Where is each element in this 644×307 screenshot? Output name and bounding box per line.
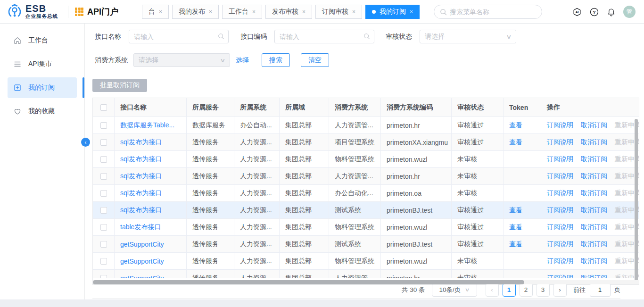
unsubscribe-link[interactable]: 取消订阅 <box>581 121 607 130</box>
page-button-2[interactable]: 2 <box>520 283 533 297</box>
actions-cell: 订阅说明取消订阅重新申请 <box>541 236 639 253</box>
interface-name-link[interactable]: sql发布为接口 <box>120 206 162 215</box>
row-checkbox[interactable] <box>100 207 107 214</box>
nav-tab[interactable]: 我的发布 × <box>172 5 219 19</box>
view-token-link[interactable]: 查看 <box>509 240 522 249</box>
interface-name-link[interactable]: 数据库服务Table... <box>120 121 174 130</box>
vertical-scrollbar[interactable] <box>635 119 638 283</box>
unsubscribe-link[interactable]: 取消订阅 <box>581 172 607 181</box>
row-checkbox[interactable] <box>100 122 107 129</box>
subscription-detail-link[interactable]: 订阅说明 <box>547 223 573 232</box>
next-page-button[interactable]: › <box>553 283 567 297</box>
nav-tab[interactable]: 订阅审核 × <box>315 5 362 19</box>
user-avatar[interactable]: 管 <box>623 6 636 18</box>
interface-name-cell: getSupportCity <box>115 270 187 278</box>
table-row: sql发布为接口透传服务人力资源...集团总部办公自动化...primeton.… <box>93 185 639 202</box>
subscription-detail-link[interactable]: 订阅说明 <box>547 121 573 130</box>
nav-tab[interactable]: 发布审核 × <box>265 5 312 19</box>
page-button-1[interactable]: 1 <box>503 283 516 297</box>
interface-name-link[interactable]: sql发布为接口 <box>120 155 162 164</box>
menu-search[interactable] <box>434 5 542 19</box>
row-checkbox[interactable] <box>100 258 107 265</box>
unsubscribe-link[interactable]: 取消订阅 <box>581 155 607 164</box>
clear-button[interactable]: 清空 <box>301 53 329 67</box>
horizontal-scrollbar[interactable] <box>93 280 639 284</box>
view-token-link[interactable]: 查看 <box>509 223 522 232</box>
close-icon[interactable]: × <box>159 8 162 15</box>
subscription-detail-link[interactable]: 订阅说明 <box>547 172 573 181</box>
unsubscribe-link[interactable]: 取消订阅 <box>581 189 607 198</box>
select-all-checkbox[interactable] <box>100 104 107 111</box>
view-token-link[interactable]: 查看 <box>509 138 522 147</box>
close-icon[interactable]: × <box>352 8 355 15</box>
interface-name-link[interactable]: getSupportCity <box>120 241 164 248</box>
service-cell: 透传服务 <box>187 202 234 219</box>
unsubscribe-link[interactable]: 取消订阅 <box>581 240 607 249</box>
interface-name-input[interactable] <box>129 30 229 43</box>
interface-name-cell: sql发布为接口 <box>115 151 187 168</box>
interface-name-link[interactable]: getSupportCity <box>120 274 164 278</box>
row-checkbox[interactable] <box>100 156 107 163</box>
consumer-code-cell: primeton.hr <box>381 270 452 278</box>
row-checkbox[interactable] <box>100 241 107 248</box>
unsubscribe-link[interactable]: 取消订阅 <box>581 223 607 232</box>
consumer-cell: 项目管理系统 <box>329 134 381 151</box>
help-icon[interactable]: ? <box>589 7 599 17</box>
nav-tab[interactable]: 工作台 × <box>222 5 262 19</box>
subscription-detail-link[interactable]: 订阅说明 <box>547 206 573 215</box>
prev-page-button[interactable]: ‹ <box>486 283 499 297</box>
domain-cell: 集团总部 <box>280 202 329 219</box>
view-token-link[interactable]: 查看 <box>509 206 522 215</box>
home-icon <box>13 36 22 45</box>
page-button-3[interactable]: 3 <box>537 283 550 297</box>
page-size-select[interactable]: 10条/页 ∨ <box>432 283 477 297</box>
search-button[interactable]: 搜索 <box>262 53 290 67</box>
consumer-select-link[interactable]: 选择 <box>236 56 249 65</box>
interface-name-link[interactable]: sql发布为接口 <box>120 172 162 181</box>
row-checkbox[interactable] <box>100 190 107 197</box>
interface-name-link[interactable]: getSupportCity <box>120 257 164 265</box>
subscription-detail-link[interactable]: 订阅说明 <box>547 155 573 164</box>
audit-status-select[interactable]: 请选择 ∨ <box>420 30 516 43</box>
close-icon[interactable]: × <box>209 8 212 15</box>
unsubscribe-link[interactable]: 取消订阅 <box>581 257 607 266</box>
batch-unsubscribe-button[interactable]: 批量取消订阅 <box>92 79 147 92</box>
consumer-system-select[interactable]: 请选择 ∨ <box>133 53 230 67</box>
subscription-detail-link[interactable]: 订阅说明 <box>547 240 573 249</box>
subscription-detail-link[interactable]: 订阅说明 <box>547 274 573 278</box>
checkbox-cell <box>93 134 115 151</box>
subscription-detail-link[interactable]: 订阅说明 <box>547 138 573 147</box>
interface-name-link[interactable]: sql发布为接口 <box>120 138 162 147</box>
unsubscribe-link[interactable]: 取消订阅 <box>581 206 607 215</box>
subscription-detail-link[interactable]: 订阅说明 <box>547 257 573 266</box>
row-checkbox[interactable] <box>100 173 107 180</box>
close-icon[interactable]: × <box>410 8 413 15</box>
row-checkbox[interactable] <box>100 224 107 231</box>
sidebar-item-my-subscriptions[interactable]: 我的订阅 <box>8 77 77 98</box>
view-token-link[interactable]: 查看 <box>509 121 522 130</box>
sidebar-item-favorites[interactable]: 我的收藏 <box>8 101 77 122</box>
system-cell: 人力资源... <box>234 236 280 253</box>
close-icon[interactable]: × <box>302 8 305 15</box>
row-checkbox[interactable] <box>100 275 107 278</box>
sidebar-item-workbench[interactable]: 工作台 <box>8 30 77 51</box>
interface-name-link[interactable]: sql发布为接口 <box>120 189 162 198</box>
close-icon[interactable]: × <box>252 8 256 15</box>
subscription-detail-link[interactable]: 订阅说明 <box>547 189 573 198</box>
ai-assistant-icon[interactable]: AI <box>572 7 582 17</box>
menu-search-input[interactable] <box>450 8 536 16</box>
table-row: sql发布为接口透传服务人力资源...集团总部物料管理系统primeton.wu… <box>93 151 639 168</box>
unsubscribe-link[interactable]: 取消订阅 <box>581 138 607 147</box>
row-checkbox[interactable] <box>100 139 107 146</box>
sidebar-item-api-market[interactable]: API集市 <box>8 54 77 75</box>
notification-bell-icon[interactable] <box>606 7 616 17</box>
goto-page-input[interactable] <box>590 283 611 297</box>
search-icon <box>218 33 224 40</box>
sidebar-collapse-toggle[interactable]: ‹ <box>81 138 90 147</box>
unsubscribe-link[interactable]: 取消订阅 <box>581 274 607 278</box>
interface-name-link[interactable]: table发布接口 <box>120 223 161 232</box>
nav-tab[interactable]: 台 × <box>142 5 169 19</box>
nav-tab[interactable]: 我的订阅 × <box>365 5 420 19</box>
interface-code-input[interactable] <box>274 30 374 43</box>
interface-name-cell: getSupportCity <box>115 253 187 270</box>
